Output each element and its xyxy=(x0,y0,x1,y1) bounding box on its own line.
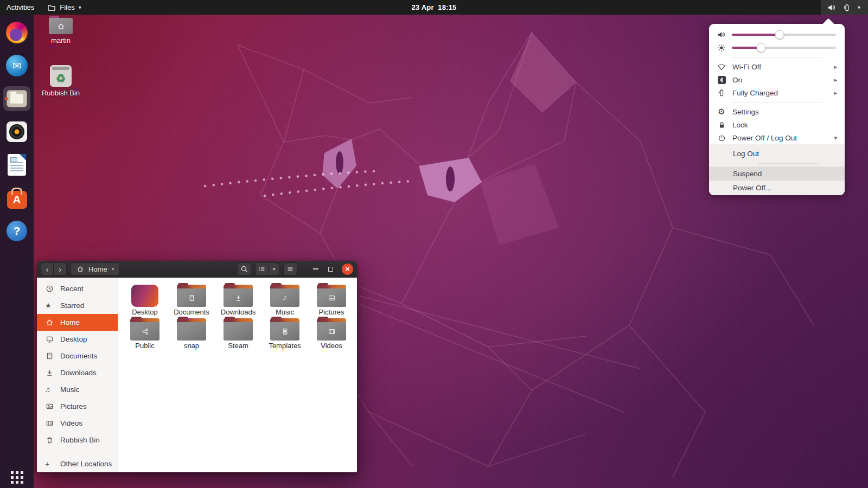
menu-item-lock[interactable]: Lock xyxy=(709,118,845,131)
document-glyph-icon xyxy=(188,294,195,301)
plus-icon: + xyxy=(45,460,54,468)
clock[interactable]: 23 Apr 18:15 xyxy=(411,3,456,11)
desktop-wallpaper: Activities Files ▾ 23 Apr 18:15 xyxy=(0,0,868,488)
folder-item-downloads[interactable]: Downloads xyxy=(215,284,261,316)
search-button[interactable] xyxy=(237,262,251,275)
sidebar-label: Home xyxy=(60,318,80,326)
menu-item-battery[interactable]: Fully Charged ▸ xyxy=(709,86,845,99)
menu-item-wifi[interactable]: Wi-Fi Off ▸ xyxy=(709,60,845,73)
files-dock-icon xyxy=(7,90,27,107)
folder-label: Desktop xyxy=(132,308,158,316)
app-menu-button[interactable]: Files ▾ xyxy=(41,0,87,15)
folder-label: Public xyxy=(135,342,154,350)
search-icon xyxy=(240,265,248,273)
submenu-item-power-off[interactable]: Power Off... xyxy=(709,181,845,195)
dock-item-rhythmbox[interactable] xyxy=(3,119,30,144)
desktop-icon-home-folder[interactable]: martin xyxy=(41,16,80,44)
sidebar-label: Music xyxy=(60,386,79,394)
list-view-icon xyxy=(258,265,266,273)
location-button[interactable]: Home ▾ xyxy=(71,262,120,275)
nav-buttons: ‹ › xyxy=(41,262,67,275)
libreoffice-writer-icon xyxy=(8,154,26,176)
sidebar-item-home[interactable]: Home xyxy=(37,314,118,331)
close-button[interactable]: × xyxy=(342,264,353,275)
folder-item-steam[interactable]: Steam xyxy=(215,317,261,350)
folder-label: Templates xyxy=(269,342,301,350)
sidebar-item-other-locations[interactable]: + Other Locations xyxy=(37,455,118,472)
folder-label: Steam xyxy=(228,342,248,350)
submenu-item-log-out[interactable]: Log Out xyxy=(709,146,845,160)
thunderbird-icon: ✉ xyxy=(6,55,28,76)
home-icon xyxy=(76,265,84,273)
folder-item-desktop[interactable]: Desktop xyxy=(122,284,168,316)
folder-item-videos[interactable]: Videos xyxy=(308,317,355,350)
chevron-right-icon: ▸ xyxy=(834,89,837,97)
minimize-button[interactable] xyxy=(310,264,321,274)
sidebar-item-recent[interactable]: Recent xyxy=(37,280,118,297)
volume-slider[interactable] xyxy=(732,34,836,36)
folder-icon xyxy=(270,318,299,341)
list-view-button[interactable] xyxy=(255,262,269,275)
folder-item-pictures[interactable]: Pictures xyxy=(308,284,355,316)
sidebar-item-rubbish-bin[interactable]: Rubbish Bin xyxy=(37,432,118,448)
places-sidebar: Recent ★ Starred Home Deskto xyxy=(37,278,118,472)
submenu-separator xyxy=(758,163,819,164)
folder-item-public[interactable]: Public xyxy=(122,317,168,350)
folder-item-snap[interactable]: snap xyxy=(168,317,215,350)
home-icon xyxy=(45,318,54,326)
sidebar-item-videos[interactable]: Videos xyxy=(37,415,118,432)
dock-item-ubuntu-software[interactable]: A xyxy=(3,185,30,210)
desktop-icon-rubbish-bin[interactable]: ♻ Rubbish Bin xyxy=(41,65,80,97)
brightness-slider-knob[interactable] xyxy=(756,43,765,53)
view-toggle-group: ▾ xyxy=(255,262,279,275)
dock-item-files[interactable] xyxy=(3,86,30,111)
folder-item-music[interactable]: ♫ Music xyxy=(261,284,308,316)
folder-label: Music xyxy=(276,308,294,316)
recent-icon xyxy=(45,285,54,293)
gear-icon: ⚙ xyxy=(717,107,726,117)
sidebar-item-downloads[interactable]: Downloads xyxy=(37,364,118,381)
menu-item-bluetooth[interactable]: On ▸ xyxy=(709,73,845,86)
desktop-icon xyxy=(45,335,54,343)
volume-slider-fill xyxy=(732,34,780,36)
submenu-label: Suspend xyxy=(733,170,762,178)
menu-item-power-off-log-out[interactable]: Power Off / Log Out ▾ xyxy=(709,131,845,144)
caret-down-icon: ▾ xyxy=(79,4,81,10)
sidebar-label: Downloads xyxy=(60,369,97,377)
activities-button[interactable]: Activities xyxy=(0,0,41,15)
music-note-icon: ♫ xyxy=(45,386,54,394)
show-applications-button[interactable] xyxy=(11,471,23,484)
menu-button[interactable] xyxy=(283,262,297,275)
menu-item-label: Power Off / Log Out xyxy=(732,134,797,142)
help-icon: ? xyxy=(7,221,27,241)
music-glyph-icon: ♫ xyxy=(283,294,288,301)
dock: ✉ A ? xyxy=(0,15,34,488)
dock-item-libreoffice-writer[interactable] xyxy=(3,152,30,177)
film-icon xyxy=(45,419,54,427)
folder-item-documents[interactable]: Documents xyxy=(168,284,215,316)
folder-item-templates[interactable]: Templates xyxy=(261,317,308,350)
folder-label: Documents xyxy=(174,308,209,316)
back-button[interactable]: ‹ xyxy=(41,262,54,275)
sidebar-item-documents[interactable]: Documents xyxy=(37,348,118,364)
sidebar-item-music[interactable]: ♫ Music xyxy=(37,381,118,398)
dock-item-firefox[interactable] xyxy=(3,20,30,45)
brightness-slider[interactable] xyxy=(732,47,836,49)
headerbar[interactable]: ‹ › Home ▾ xyxy=(37,261,357,278)
forward-button[interactable]: › xyxy=(54,262,67,275)
dock-item-help[interactable]: ? xyxy=(3,219,30,243)
volume-slider-knob[interactable] xyxy=(775,30,784,40)
menu-item-settings[interactable]: ⚙ Settings xyxy=(709,105,845,118)
sidebar-item-starred[interactable]: ★ Starred xyxy=(37,297,118,314)
sidebar-label: Documents xyxy=(60,352,97,360)
view-options-caret-button[interactable]: ▾ xyxy=(269,262,279,275)
sidebar-item-pictures[interactable]: Pictures xyxy=(37,398,118,415)
submenu-item-suspend[interactable]: Suspend xyxy=(709,166,845,181)
menu-item-label: On xyxy=(732,76,742,84)
sidebar-item-desktop[interactable]: Desktop xyxy=(37,331,118,348)
picture-icon xyxy=(45,402,54,410)
sidebar-label: Videos xyxy=(60,419,82,427)
system-tray-menu-button[interactable]: ▾ xyxy=(821,0,868,15)
maximize-button[interactable] xyxy=(325,264,336,274)
dock-item-thunderbird[interactable]: ✉ xyxy=(3,53,30,78)
